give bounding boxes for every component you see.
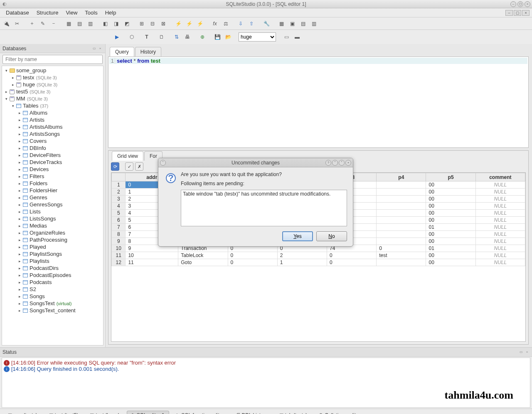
tree-item[interactable]: ▸Albums	[2, 109, 103, 116]
database-tree[interactable]: ▾some_group▸testx(SQLite 3)▸huge(SQLite …	[2, 66, 103, 345]
edit-index-icon[interactable]: ⊟	[148, 19, 157, 28]
no-button[interactable]: No	[316, 231, 347, 241]
tree-item[interactable]: ▸S2	[2, 286, 103, 293]
del-view-icon[interactable]: ◩	[122, 19, 131, 28]
tree-item[interactable]: ▸DeviceFilters	[2, 152, 103, 159]
tree-item[interactable]: ▸PlaylistSongs	[2, 250, 103, 257]
mdi-close[interactable]: ×	[522, 10, 530, 16]
format-sql-icon[interactable]: T	[142, 32, 151, 42]
sql-editor[interactable]: 1select * from test	[108, 56, 529, 148]
new-view-icon[interactable]: ◧	[101, 19, 110, 28]
open-sql-icon[interactable]: 📂	[224, 32, 233, 42]
layout-3-icon[interactable]: ▤	[298, 19, 308, 28]
tree-item[interactable]: ▾some_group	[2, 67, 103, 74]
mdi-min[interactable]: –	[505, 10, 513, 16]
menu-structure[interactable]: Structure	[33, 9, 62, 17]
tree-item[interactable]: ▸PodcastEpisodes	[2, 272, 103, 279]
add-db-icon[interactable]: ＋	[27, 19, 37, 28]
execute-icon[interactable]: ▶	[112, 32, 121, 42]
dialog-help-icon[interactable]: ?	[325, 160, 331, 166]
menu-database[interactable]: Database	[2, 9, 32, 17]
new-trigger-icon[interactable]: ⚡	[174, 19, 183, 28]
tree-item[interactable]: ▸SongsText(virtual)	[2, 300, 103, 307]
tree-item[interactable]: ▸Played	[2, 243, 103, 250]
import-icon[interactable]: ⇩	[236, 19, 245, 28]
refresh-icon[interactable]: ⟳	[111, 162, 119, 171]
menu-tools[interactable]: Tools	[81, 9, 101, 17]
save-sql-icon[interactable]: 💾	[213, 32, 222, 42]
panel-close-icon[interactable]: ×	[98, 46, 103, 51]
print-icon[interactable]: 🖶	[183, 32, 192, 42]
filter-input[interactable]	[2, 55, 103, 64]
export-icon[interactable]: ⇧	[247, 19, 256, 28]
layout-1-icon[interactable]: ▦	[277, 19, 286, 28]
tree-item[interactable]: ▸Songs	[2, 293, 103, 300]
status-close-icon[interactable]: ×	[525, 350, 530, 355]
connect-icon[interactable]: 🔌	[2, 19, 11, 28]
tree-item[interactable]: ▸testx(SQLite 3)	[2, 74, 103, 81]
layout-2-icon[interactable]: ▣	[288, 19, 297, 28]
window-tab[interactable]: ▦test (huge)	[85, 411, 124, 414]
new-table-icon[interactable]: ▦	[64, 19, 73, 28]
tree-item[interactable]: ▸ListsSongs	[2, 215, 103, 222]
settings-icon[interactable]: 🔧	[262, 19, 271, 28]
edit-db-icon[interactable]: ✎	[38, 19, 47, 28]
tree-item[interactable]: ▸Medias	[2, 222, 103, 229]
fn-editor-icon[interactable]: fx	[210, 19, 219, 28]
window-close[interactable]: ×	[525, 1, 530, 7]
window-max[interactable]: ◻	[517, 1, 523, 7]
tree-item[interactable]: ▾Tables(37)	[2, 102, 103, 109]
menu-view[interactable]: View	[62, 9, 81, 17]
results-right-icon[interactable]: ▬	[293, 32, 302, 42]
tree-item[interactable]: ▸Devices	[2, 166, 103, 173]
window-tab[interactable]: ⚙Collations editor	[314, 411, 365, 414]
window-tab[interactable]: ▦tab (testx)	[275, 411, 312, 414]
edit-trigger-icon[interactable]: ⚡	[185, 19, 194, 28]
disconnect-icon[interactable]: ✂	[12, 19, 22, 28]
tree-item[interactable]: ▸Filters	[2, 173, 103, 180]
rollback-icon[interactable]: ✗	[135, 162, 143, 171]
commit-icon[interactable]: ✓	[125, 162, 133, 171]
tree-item[interactable]: ▸GenresSongs	[2, 201, 103, 208]
tree-item[interactable]: ▸DBInfo	[2, 145, 103, 152]
window-tab[interactable]: 🗐DDL history	[231, 411, 272, 414]
tab-history[interactable]: History	[135, 47, 161, 56]
tree-item[interactable]: ▸Folders	[2, 180, 103, 187]
menu-help[interactable]: Help	[102, 9, 120, 17]
tree-item[interactable]: ▸FoldersHier	[2, 187, 103, 194]
layout-4-icon[interactable]: ▥	[309, 19, 318, 28]
explain-icon[interactable]: ⬡	[127, 32, 136, 42]
collation-editor-icon[interactable]: ⚖	[221, 19, 230, 28]
clear-history-icon[interactable]: 🗋	[157, 32, 166, 42]
tree-item[interactable]: ▸huge(SQLite 3)	[2, 81, 103, 88]
edit-table-icon[interactable]: ▤	[75, 19, 84, 28]
tree-item[interactable]: ▸ArtistsAlbums	[2, 123, 103, 130]
database-selector[interactable]: huge	[239, 32, 276, 42]
tree-item[interactable]: ▸PathProcessing	[2, 236, 103, 243]
tree-item[interactable]: ▸test5(SQLite 3)	[2, 88, 103, 95]
tree-item[interactable]: ▸Lists	[2, 208, 103, 215]
tree-item[interactable]: ▾MM(SQLite 3)	[2, 95, 103, 102]
tab-grid-view[interactable]: Grid view	[112, 151, 143, 161]
tab-query[interactable]: Query	[110, 47, 134, 56]
load-sql-icon[interactable]: ⊕	[198, 32, 207, 42]
dialog-close-icon[interactable]: ×	[345, 160, 351, 166]
window-tab[interactable]: fxSQL function editor	[172, 411, 229, 414]
status-undock-icon[interactable]: ▭	[519, 350, 524, 355]
tree-item[interactable]: ▸OrganizeRules	[2, 229, 103, 236]
tree-item[interactable]: ▸Genres	[2, 194, 103, 201]
tree-item[interactable]: ▸SongsText_content	[2, 307, 103, 314]
window-tab[interactable]: ▦test (test5)	[44, 411, 83, 414]
tree-item[interactable]: ▸ArtistsSongs	[2, 130, 103, 137]
edit-view-icon[interactable]: ◨	[111, 19, 121, 28]
del-table-icon[interactable]: ▥	[86, 19, 95, 28]
del-index-icon[interactable]: ⊠	[159, 19, 168, 28]
tree-item[interactable]: ▸Playlists	[2, 257, 103, 265]
dialog-max-icon[interactable]: ˄	[339, 160, 345, 166]
yes-button[interactable]: Yes	[282, 231, 313, 241]
tree-item[interactable]: ▸Artists	[2, 116, 103, 123]
tree-item[interactable]: ▸Covers	[2, 137, 103, 145]
tree-item[interactable]: ▸Podcasts	[2, 279, 103, 286]
new-index-icon[interactable]: ⊞	[137, 19, 146, 28]
remove-db-icon[interactable]: －	[49, 19, 58, 28]
